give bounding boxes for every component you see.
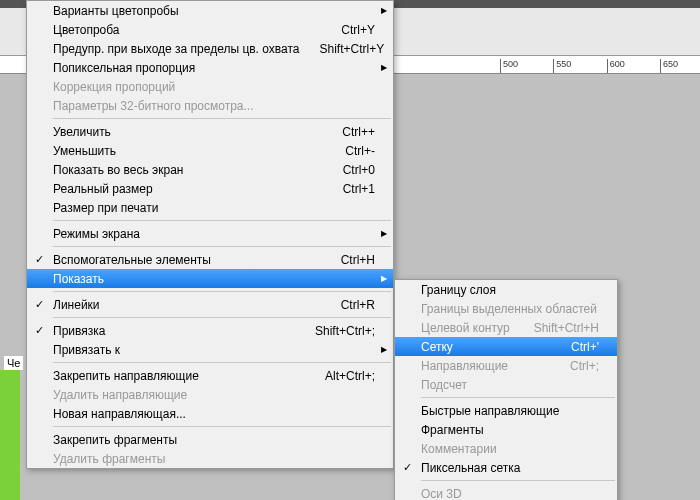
main_menu-item[interactable]: Варианты цветопробы▶: [27, 1, 393, 20]
sub_menu-item: Целевой контурShift+Ctrl+H: [395, 318, 617, 337]
view-menu: Варианты цветопробы▶ЦветопробаCtrl+YПред…: [26, 0, 394, 469]
menu-item-label: Пиксельная сетка: [421, 461, 599, 475]
menu-separator: [53, 220, 391, 221]
sub_menu-item[interactable]: Быстрые направляющие: [395, 401, 617, 420]
sub_menu-item: Комментарии: [395, 439, 617, 458]
menu-item-label: Размер при печати: [53, 201, 375, 215]
sub_menu-item[interactable]: Границу слоя: [395, 280, 617, 299]
sub_menu-item: Оси 3D: [395, 484, 617, 500]
menu-item-label: Подсчет: [421, 378, 599, 392]
menu-item-shortcut: Ctrl+1: [343, 182, 375, 196]
menu-item-label: Варианты цветопробы: [53, 4, 375, 18]
menu-item-label: Сетку: [421, 340, 551, 354]
menu-separator: [53, 362, 391, 363]
menu-item-label: Новая направляющая...: [53, 407, 375, 421]
menu-item-shortcut: Alt+Ctrl+;: [325, 369, 375, 383]
main_menu-item[interactable]: Показать▶: [27, 269, 393, 288]
check-icon: ✓: [35, 298, 44, 311]
ruler-tick: 600: [607, 59, 657, 74]
main_menu-item[interactable]: ✓ЛинейкиCtrl+R: [27, 295, 393, 314]
menu-item-label: Границы выделенных областей: [421, 302, 599, 316]
menu-separator: [421, 480, 615, 481]
main_menu-item[interactable]: Предупр. при выходе за пределы цв. охват…: [27, 39, 393, 58]
ruler-tick: 650: [660, 59, 700, 74]
menu-separator: [53, 246, 391, 247]
menu-item-shortcut: Ctrl+0: [343, 163, 375, 177]
left-label: Че: [4, 356, 23, 370]
menu-item-label: Комментарии: [421, 442, 599, 456]
menu-item-label: Фрагменты: [421, 423, 599, 437]
menu-item-label: Удалить направляющие: [53, 388, 375, 402]
menu-item-label: Границу слоя: [421, 283, 599, 297]
sub_menu-item: Границы выделенных областей: [395, 299, 617, 318]
menu-item-shortcut: Shift+Ctrl+;: [315, 324, 375, 338]
menu-item-label: Закрепить фрагменты: [53, 433, 375, 447]
menu-item-shortcut: Ctrl+R: [341, 298, 375, 312]
show-submenu: Границу слояГраницы выделенных областейЦ…: [394, 279, 618, 500]
main_menu-item[interactable]: УменьшитьCtrl+-: [27, 141, 393, 160]
chevron-right-icon: ▶: [381, 345, 387, 354]
canvas-content: [0, 370, 20, 500]
main_menu-item: Параметры 32-битного просмотра...: [27, 96, 393, 115]
menu-item-shortcut: Ctrl++: [342, 125, 375, 139]
menu-item-label: Уменьшить: [53, 144, 325, 158]
menu-separator: [53, 291, 391, 292]
main_menu-item[interactable]: Режимы экрана▶: [27, 224, 393, 243]
sub_menu-item[interactable]: ✓Пиксельная сетка: [395, 458, 617, 477]
main_menu-item: Удалить фрагменты: [27, 449, 393, 468]
check-icon: ✓: [35, 253, 44, 266]
main_menu-item[interactable]: Показать во весь экранCtrl+0: [27, 160, 393, 179]
sub_menu-item[interactable]: СеткуCtrl+': [395, 337, 617, 356]
main_menu-item[interactable]: УвеличитьCtrl++: [27, 122, 393, 141]
main_menu-item: Коррекция пропорций: [27, 77, 393, 96]
menu-item-label: Удалить фрагменты: [53, 452, 375, 466]
menu-item-label: Привязка: [53, 324, 295, 338]
menu-item-label: Параметры 32-битного просмотра...: [53, 99, 375, 113]
main_menu-item[interactable]: ✓ПривязкаShift+Ctrl+;: [27, 321, 393, 340]
check-icon: ✓: [403, 461, 412, 474]
menu-item-label: Вспомогательные элементы: [53, 253, 321, 267]
chevron-right-icon: ▶: [381, 274, 387, 283]
menu-item-label: Предупр. при выходе за пределы цв. охват…: [53, 42, 300, 56]
check-icon: ✓: [35, 324, 44, 337]
sub_menu-item[interactable]: Фрагменты: [395, 420, 617, 439]
menu-item-label: Показать: [53, 272, 375, 286]
menu-item-label: Реальный размер: [53, 182, 323, 196]
menu-item-shortcut: Ctrl+-: [345, 144, 375, 158]
menu-item-label: Направляющие: [421, 359, 550, 373]
chevron-right-icon: ▶: [381, 229, 387, 238]
chevron-right-icon: ▶: [381, 63, 387, 72]
menu-item-label: Цветопроба: [53, 23, 321, 37]
main_menu-item[interactable]: Закрепить направляющиеAlt+Ctrl+;: [27, 366, 393, 385]
main_menu-item[interactable]: ✓Вспомогательные элементыCtrl+H: [27, 250, 393, 269]
menu-item-label: Показать во весь экран: [53, 163, 323, 177]
main_menu-item[interactable]: Попиксельная пропорция▶: [27, 58, 393, 77]
menu-item-shortcut: Ctrl+Y: [341, 23, 375, 37]
menu-item-label: Режимы экрана: [53, 227, 375, 241]
menu-item-label: Линейки: [53, 298, 321, 312]
menu-item-label: Целевой контур: [421, 321, 514, 335]
main_menu-item[interactable]: Новая направляющая...: [27, 404, 393, 423]
menu-item-shortcut: Ctrl+': [571, 340, 599, 354]
ruler-tick: 550: [553, 59, 603, 74]
menu-item-label: Коррекция пропорций: [53, 80, 375, 94]
menu-item-shortcut: Shift+Ctrl+H: [534, 321, 599, 335]
menu-separator: [53, 426, 391, 427]
sub_menu-item: НаправляющиеCtrl+;: [395, 356, 617, 375]
menu-item-label: Привязать к: [53, 343, 375, 357]
main_menu-item[interactable]: ЦветопробаCtrl+Y: [27, 20, 393, 39]
main_menu-item[interactable]: Закрепить фрагменты: [27, 430, 393, 449]
menu-item-label: Закрепить направляющие: [53, 369, 305, 383]
menu-separator: [53, 317, 391, 318]
menu-item-label: Увеличить: [53, 125, 322, 139]
menu-separator: [53, 118, 391, 119]
sub_menu-item: Подсчет: [395, 375, 617, 394]
menu-item-shortcut: Ctrl+H: [341, 253, 375, 267]
main_menu-item: Удалить направляющие: [27, 385, 393, 404]
main_menu-item[interactable]: Привязать к▶: [27, 340, 393, 359]
menu-item-shortcut: Shift+Ctrl+Y: [320, 42, 385, 56]
ruler-tick: 500: [500, 59, 550, 74]
menu-item-label: Быстрые направляющие: [421, 404, 599, 418]
main_menu-item[interactable]: Размер при печати: [27, 198, 393, 217]
main_menu-item[interactable]: Реальный размерCtrl+1: [27, 179, 393, 198]
